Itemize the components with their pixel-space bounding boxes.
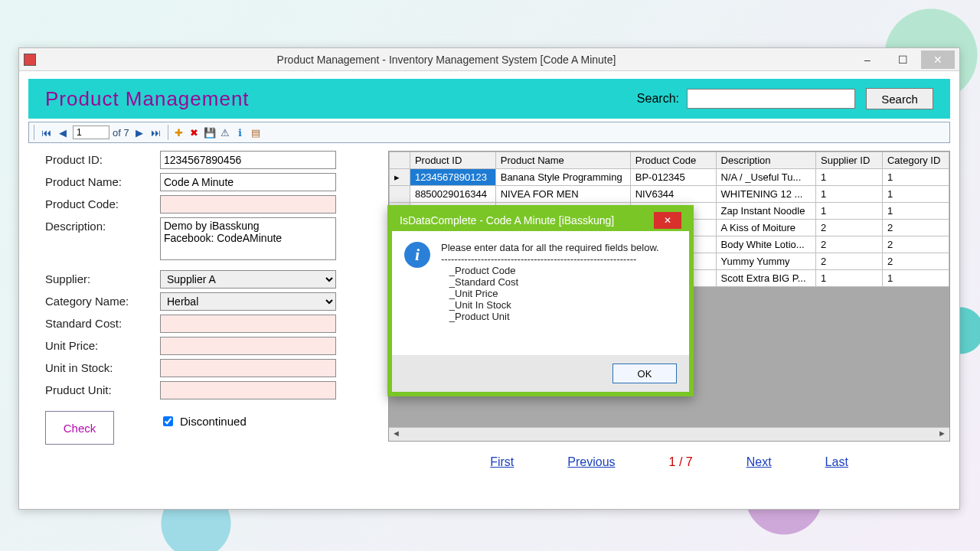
label-supplier: Supplier: — [45, 270, 160, 285]
table-row[interactable]: 8850029016344NIVEA FOR MENNIV6344WHITENI… — [390, 186, 949, 203]
label-product-name: Product Name: — [45, 173, 160, 188]
info-icon[interactable]: ℹ — [234, 126, 247, 139]
cell[interactable]: Banana Style Programming — [495, 169, 630, 186]
product-id-input[interactable] — [160, 151, 336, 169]
validation-dialog: IsDataComplete - Code A Minute [iBasskun… — [387, 205, 694, 396]
cell[interactable]: BP-012345 — [630, 169, 716, 186]
list-icon[interactable]: ▤ — [250, 126, 262, 139]
product-form: Product ID: Product Name: Product Code: … — [28, 151, 374, 497]
title-bar: Product Management - Inventory Managemen… — [19, 48, 959, 71]
search-input[interactable] — [687, 89, 855, 109]
label-discontinued: Discontinued — [180, 415, 247, 428]
maximize-button[interactable]: ☐ — [886, 51, 920, 69]
cell[interactable]: N/A / _Useful Tu... — [716, 169, 815, 186]
dialog-ok-button[interactable]: OK — [612, 364, 677, 383]
label-unit-stock: Unit in Stock: — [45, 359, 160, 374]
app-icon — [24, 54, 36, 66]
supplier-select[interactable]: Supplier A — [160, 270, 336, 289]
check-button[interactable]: Check — [45, 411, 114, 445]
nav-next-icon[interactable]: ▶ — [132, 126, 146, 139]
cell[interactable]: 1 — [816, 186, 883, 203]
nav-last-icon[interactable]: ⏭ — [149, 126, 163, 139]
cell[interactable]: 1 — [816, 203, 883, 220]
pager-next[interactable]: Next — [746, 455, 772, 469]
cell[interactable]: 2 — [816, 253, 883, 270]
cell[interactable]: 1 — [882, 186, 949, 203]
unit-price-input[interactable] — [160, 337, 336, 355]
product-name-input[interactable] — [160, 173, 336, 191]
product-code-input[interactable] — [160, 195, 336, 214]
cell[interactable]: 2 — [882, 253, 949, 270]
nav-count: of 7 — [113, 127, 129, 139]
cell[interactable]: A Kiss of Moiture — [716, 220, 815, 236]
description-input[interactable]: Demo by iBasskung Facebook: CodeAMinute — [160, 217, 336, 260]
cell[interactable]: 8850029016344 — [410, 186, 495, 203]
col-supplier-id[interactable]: Supplier ID — [816, 152, 883, 169]
cell[interactable]: 1 — [882, 270, 949, 287]
record-navigator: ⏮ ◀ of 7 ▶ ⏭ ✚ ✖ 💾 ⚠ ℹ ▤ — [28, 122, 950, 143]
cell[interactable]: 1 — [882, 169, 949, 186]
minimize-button[interactable]: – — [851, 51, 884, 69]
pager: First Previous 1 / 7 Next Last — [388, 455, 950, 469]
info-icon: i — [404, 242, 430, 268]
cell[interactable]: NIV6344 — [630, 186, 716, 203]
label-unit-price: Unit Price: — [45, 337, 160, 352]
label-description: Description: — [45, 217, 160, 233]
cell[interactable]: Body White Lotio... — [716, 236, 815, 253]
row-indicator — [390, 186, 410, 203]
close-button[interactable]: ✕ — [921, 51, 955, 69]
product-unit-input[interactable] — [160, 381, 336, 399]
add-icon[interactable]: ✚ — [173, 126, 185, 139]
col-category-id[interactable]: Category ID — [882, 152, 949, 169]
save-icon[interactable]: 💾 — [204, 126, 216, 139]
header-bar: Product Management Search: Search — [28, 79, 950, 119]
label-std-cost: Standard Cost: — [45, 315, 160, 330]
cell[interactable]: 2 — [816, 236, 883, 253]
pager-current: 1 / 7 — [669, 455, 693, 469]
col-product-id[interactable]: Product ID — [410, 152, 495, 169]
window-title: Product Management - Inventory Managemen… — [42, 54, 851, 66]
cell[interactable]: 2 — [882, 220, 949, 236]
cell[interactable]: 1 — [816, 169, 883, 186]
cell[interactable]: 2 — [882, 236, 949, 253]
pager-prev[interactable]: Previous — [567, 455, 615, 469]
category-select[interactable]: Herbal — [160, 292, 336, 311]
warning-icon[interactable]: ⚠ — [219, 126, 231, 139]
cell[interactable]: 2 — [816, 220, 883, 236]
page-title: Product Management — [45, 87, 250, 111]
label-product-code: Product Code: — [45, 195, 160, 210]
cell[interactable]: WHITENING 12 ... — [716, 186, 815, 203]
pager-first[interactable]: First — [490, 455, 514, 469]
dialog-message: Please enter data for all the required f… — [441, 242, 659, 350]
col-product-code[interactable]: Product Code — [630, 152, 716, 169]
discontinued-checkbox[interactable] — [163, 416, 173, 426]
cell[interactable]: 1234567890123 — [410, 169, 495, 186]
cell[interactable]: NIVEA FOR MEN — [495, 186, 630, 203]
std-cost-input[interactable] — [160, 315, 336, 333]
cell[interactable]: Yummy Yummy — [716, 253, 815, 270]
cell[interactable]: 1 — [816, 270, 883, 287]
delete-icon[interactable]: ✖ — [188, 126, 201, 139]
label-product-unit: Pruduct Unit: — [45, 381, 160, 396]
table-row[interactable]: ▸1234567890123Banana Style ProgrammingBP… — [390, 169, 949, 186]
row-indicator: ▸ — [390, 169, 410, 186]
unit-stock-input[interactable] — [160, 359, 336, 377]
cell[interactable]: Scott Extra BIG P... — [716, 270, 815, 287]
search-label: Search: — [637, 92, 679, 106]
dialog-title-bar: IsDataComplete - Code A Minute [iBasskun… — [392, 210, 689, 231]
nav-position-input[interactable] — [73, 126, 109, 139]
nav-first-icon[interactable]: ⏮ — [39, 126, 53, 139]
col-product-name[interactable]: Product Name — [495, 152, 630, 169]
cell[interactable]: 1 — [882, 203, 949, 220]
label-category: Category Name: — [45, 292, 160, 308]
col-description[interactable]: Description — [716, 152, 815, 169]
label-product-id: Product ID: — [45, 151, 160, 166]
nav-prev-icon[interactable]: ◀ — [56, 126, 70, 139]
search-button[interactable]: Search — [866, 88, 933, 109]
dialog-title: IsDataComplete - Code A Minute [iBasskun… — [400, 214, 614, 227]
pager-last[interactable]: Last — [825, 455, 848, 469]
dialog-close-icon[interactable]: ✕ — [654, 212, 681, 229]
horizontal-scrollbar[interactable] — [389, 427, 949, 441]
table-header-row: Product ID Product Name Product Code Des… — [390, 152, 949, 169]
cell[interactable]: Zap Instant Noodle — [716, 203, 815, 220]
